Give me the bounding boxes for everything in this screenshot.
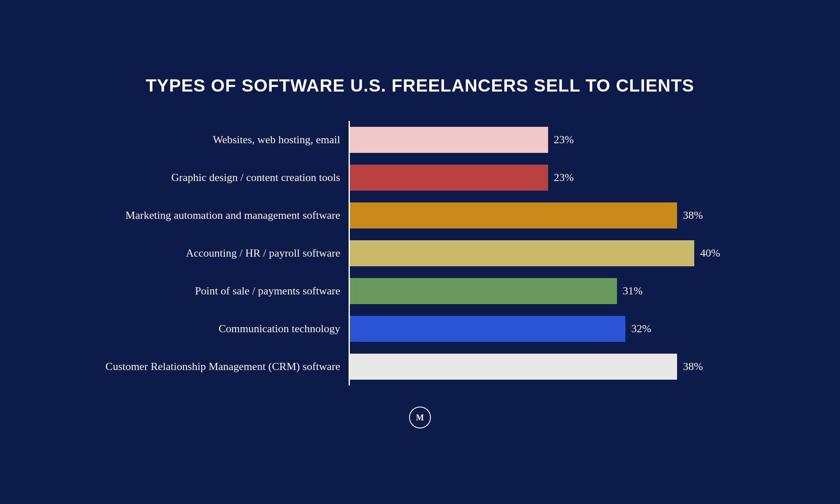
- bar-row: Marketing automation and management soft…: [105, 197, 735, 234]
- chart-container: TYPES OF SOFTWARE U.S. FREELANCERS SELL …: [105, 76, 735, 428]
- bar-area: 32%: [349, 310, 735, 348]
- bar-value: 32%: [631, 323, 651, 335]
- bar-value: 38%: [683, 360, 703, 373]
- bar-label: Communication technology: [105, 323, 349, 335]
- chart-title: TYPES OF SOFTWARE U.S. FREELANCERS SELL …: [146, 76, 694, 96]
- bar-value: 23%: [554, 171, 574, 184]
- bar-label: Graphic design / content creation tools: [105, 171, 349, 184]
- bar-label: Customer Relationship Management (CRM) s…: [105, 360, 349, 373]
- bar-row: Point of sale / payments software31%: [105, 272, 735, 310]
- logo-circle: M: [409, 407, 431, 428]
- bar-area: 38%: [349, 348, 735, 386]
- logo-text: M: [416, 413, 424, 423]
- bar-row: Websites, web hosting, email23%: [105, 121, 735, 159]
- bar-label: Websites, web hosting, email: [105, 134, 349, 146]
- bar: [350, 240, 694, 266]
- bar-label: Accounting / HR / payroll software: [105, 247, 349, 260]
- bar-label: Marketing automation and management soft…: [105, 209, 349, 222]
- bar-row: Communication technology32%: [105, 310, 735, 348]
- bar-area: 23%: [349, 159, 735, 197]
- bar-label: Point of sale / payments software: [105, 285, 349, 297]
- bar-area: 23%: [349, 121, 735, 159]
- bar-row: Customer Relationship Management (CRM) s…: [105, 348, 735, 386]
- bar: [350, 278, 617, 304]
- bar-value: 23%: [554, 134, 574, 146]
- bar-area: 38%: [349, 197, 735, 234]
- chart-body: Websites, web hosting, email23%Graphic d…: [105, 121, 735, 386]
- bar: [350, 127, 548, 153]
- bar: [350, 316, 625, 342]
- bar-value: 38%: [683, 209, 703, 222]
- bar-area: 40%: [349, 234, 735, 272]
- bar: [350, 202, 677, 228]
- bar-value: 40%: [700, 247, 720, 260]
- bar-value: 31%: [623, 285, 643, 297]
- bar: [350, 165, 548, 191]
- bar-area: 31%: [349, 272, 735, 310]
- bar-row: Accounting / HR / payroll software40%: [105, 234, 735, 272]
- bar: [350, 354, 677, 380]
- logo-container: M: [409, 407, 431, 428]
- bar-row: Graphic design / content creation tools2…: [105, 159, 735, 197]
